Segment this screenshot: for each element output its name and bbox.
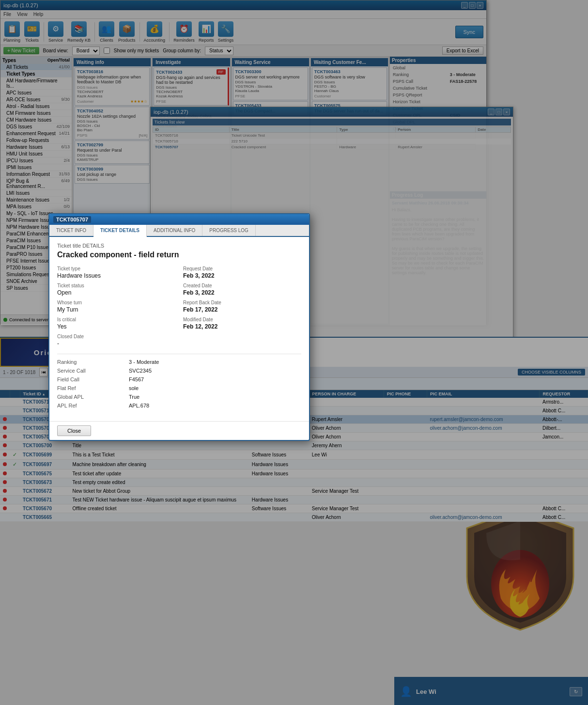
ticket-title: Cracked component - field return [57,251,301,259]
modal-footer: Close [49,421,309,440]
ticket-type-field: Ticket type Hardware Issues [57,266,175,279]
modified-date-value: Feb 12, 2022 [183,323,301,330]
service-call-label: Service Call [57,368,125,374]
ticket-status-field: Ticket status Open [57,283,175,296]
created-date-label: Created Date [183,283,301,288]
report-back-date-label: Report Back Date [183,300,301,305]
whose-turn-value: My Turn [57,306,175,313]
tab-ticket-info[interactable]: TICKET INFO [49,225,93,236]
created-date-field: Created Date Feb 3, 2022 [183,283,301,296]
ticket-modal: TCKT005707 TICKET INFO TICKET DETAILS AD… [48,213,310,441]
request-date-field: Request Date Feb 3, 2022 [183,266,301,279]
ranking-value: 3 - Moderate [129,359,301,365]
apl-ref-label: APL Ref [57,403,125,408]
ticket-status-value: Open [57,289,175,296]
closed-date-value: - [57,340,175,347]
report-back-date-field: Report Back Date Feb 17, 2022 [183,300,301,313]
modal-tabs: TICKET INFO TICKET DETAILS ADDITIONAL IN… [49,225,309,237]
ranking-label: Ranking [57,359,125,365]
ticket-type-label: Ticket type [57,266,175,271]
tab-additional-info[interactable]: ADDITIONAL INFO [147,225,202,236]
report-back-date-value: Feb 17, 2022 [183,306,301,313]
is-critical-field: Is critical Yes [57,317,175,330]
modal-content: Ticket title DETAILS Cracked component -… [49,237,309,421]
properties-grid: Ranking 3 - Moderate Service Call SVC234… [57,359,301,408]
whose-turn-field: Whose turn My Turn [57,300,175,313]
whose-turn-label: Whose turn [57,300,175,305]
created-date-value: Feb 3, 2022 [183,289,301,296]
tab-progress-log[interactable]: PROGRESS LOG [202,225,256,236]
modified-date-label: Modified Date [183,317,301,322]
section-title: Ticket title DETAILS [57,243,301,249]
ticket-status-label: Ticket status [57,283,175,288]
is-critical-label: Is critical [57,317,175,322]
divider [57,354,301,354]
closed-date-label: Closed Date [57,334,175,339]
service-call-value: SVC2345 [129,368,301,374]
tab-ticket-details[interactable]: TICKET DETAILS [93,225,147,237]
closed-date-field: Closed Date - [57,334,175,347]
flat-ref-value: sole [129,385,301,391]
modal-ticket-id: TCKT005707 [53,216,91,223]
modified-date-field: Modified Date Feb 12, 2022 [183,317,301,330]
global-apl-label: Global APL [57,394,125,400]
request-date-value: Feb 3, 2022 [183,272,301,279]
field-call-value: F4567 [129,376,301,382]
global-apl-value: True [129,394,301,400]
close-button[interactable]: Close [57,425,91,436]
ticket-type-value: Hardware Issues [57,272,175,279]
main-fields-grid: Ticket type Hardware Issues Request Date… [57,266,301,347]
field-call-label: Field Call [57,376,125,382]
flat-ref-label: Flat Ref [57,385,125,391]
modal-header: TCKT005707 [49,214,309,225]
request-date-label: Request Date [183,266,301,271]
is-critical-value: Yes [57,323,175,330]
apl-ref-value: APL.678 [129,403,301,408]
